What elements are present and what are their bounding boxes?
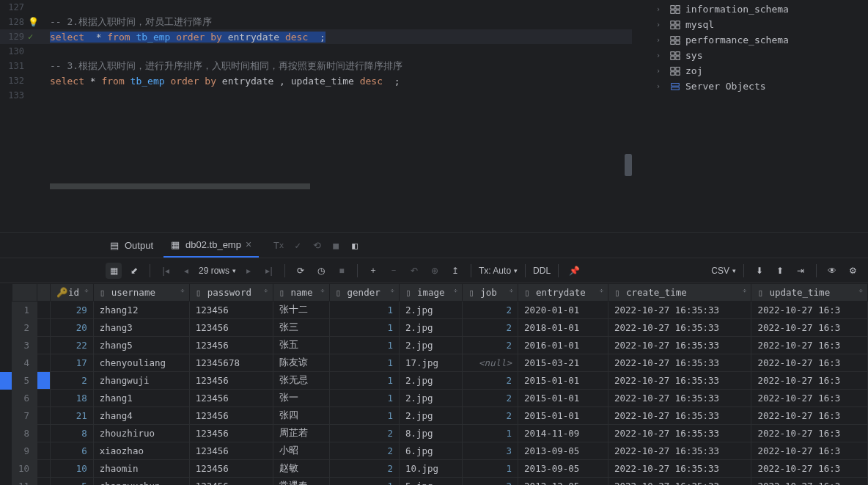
schema-icon [669,50,681,62]
svg-rect-15 [676,56,680,59]
first-page-icon[interactable]: |◂ [158,263,174,279]
table-row[interactable]: 417chenyouliang12345678陈友谅117.jpg<null>2… [0,354,868,372]
schema-icon [669,4,681,15]
clone-icon[interactable]: ⊕ [427,263,443,279]
reload-icon[interactable]: ⟳ [293,263,309,279]
stop-icon[interactable]: ■ [328,237,344,253]
svg-rect-5 [676,21,680,23]
svg-rect-18 [671,71,674,74]
column-header[interactable]: ▯gender÷ [329,284,399,302]
column-header[interactable]: ▯create_time÷ [608,284,751,302]
server-icon [669,81,681,92]
svg-rect-20 [672,83,680,86]
chevron-right-icon[interactable]: › [656,51,665,59]
svg-rect-3 [676,10,680,12]
export-format[interactable]: CSV ▾ [711,266,736,276]
svg-rect-16 [671,67,674,70]
commit-icon[interactable]: ✓ [290,237,306,253]
table-row[interactable]: 322zhang5123456张五12.jpg22016-01-012022-1… [0,337,868,354]
tx-mode[interactable]: Tx: Auto ▾ [479,266,518,276]
column-header[interactable]: ▯password÷ [189,284,273,302]
rollback-icon[interactable]: ⟲ [309,237,325,253]
svg-rect-17 [676,67,680,70]
column-header[interactable]: 🔑id÷ [51,284,94,302]
svg-rect-6 [671,25,674,28]
remove-row-icon[interactable]: － [386,263,402,279]
chevron-right-icon[interactable]: › [656,82,665,90]
upload-icon[interactable]: ⬆ [772,263,788,279]
column-header[interactable]: ▯entrydate÷ [518,284,608,302]
tab-result[interactable]: ▦ db02.tb_emp × [163,233,259,258]
svg-rect-9 [676,36,680,39]
pin-icon[interactable]: 📌 [566,263,582,279]
table-icon: ▦ [171,239,181,249]
revert-icon[interactable]: ■ [334,263,350,279]
download-icon[interactable]: ⬇ [751,263,768,279]
svg-rect-10 [671,40,674,43]
chevron-right-icon[interactable]: › [656,67,665,75]
close-icon[interactable]: × [246,238,251,250]
schema-icon [669,34,681,46]
panel-icon[interactable]: ◧ [347,237,363,253]
column-header[interactable]: ▯name÷ [273,284,329,302]
tx-icon[interactable]: Tx [271,237,287,253]
last-page-icon[interactable]: ▸| [261,263,277,279]
settings-icon[interactable]: ⚙ [845,263,861,279]
chevron-right-icon[interactable]: › [656,21,665,29]
chart-view-icon[interactable]: ⬋ [126,263,142,279]
tree-label: Server Objects [685,81,766,92]
column-header[interactable]: ▯image÷ [399,284,462,302]
grid-view-icon[interactable]: ▦ [106,263,122,279]
database-tree[interactable]: ›information_schema›mysql›performance_sc… [632,0,868,189]
tree-label: information_schema [685,4,789,15]
svg-rect-14 [671,56,674,59]
rows-dropdown[interactable]: 29 rows ▾ [199,266,236,276]
sql-editor[interactable]: 127128💡-- 2.根据入职时间，对员工进行降序129✓select * f… [0,0,632,189]
tab-output[interactable]: ▤ Output [103,233,161,258]
table-row[interactable]: 220zhang3123456张三12.jpg22018-01-012022-1… [0,319,868,337]
tree-label: zoj [685,65,702,76]
svg-rect-8 [671,36,674,39]
pending-icon[interactable]: ◷ [313,263,329,279]
svg-rect-11 [676,40,680,43]
svg-rect-4 [671,21,674,23]
result-grid[interactable]: 🔑id÷▯username÷▯password÷▯name÷▯gender÷▯i… [0,283,868,485]
table-row[interactable]: 52zhangwuji123456张无忌12.jpg22015-01-01202… [0,372,868,390]
tree-label: sys [685,50,702,61]
chevron-right-icon[interactable]: › [656,5,665,13]
svg-rect-2 [671,10,674,12]
chevron-right-icon[interactable]: › [656,36,665,44]
schema-icon [669,65,681,77]
result-toolbar: ▦ ⬋ |◂ ◂ 29 rows ▾ ▸ ▸| ⟳ ◷ ■ ＋ － ↶ ⊕ ↥ … [0,258,868,283]
prev-page-icon[interactable]: ◂ [178,263,194,279]
next-page-icon[interactable]: ▸ [240,263,257,279]
table-row[interactable]: 1010zhaomin123456赵敏210.jpg12013-09-05202… [0,460,868,478]
tree-label: performance_schema [685,34,789,45]
column-header[interactable]: ▯update_time÷ [751,284,868,302]
result-tabs: ▤ Output ▦ db02.tb_emp × Tx ✓ ⟲ ■ ◧ [0,233,868,258]
svg-rect-13 [676,51,680,54]
submit-icon[interactable]: ↥ [447,263,463,279]
eye-icon[interactable]: 👁 [824,263,840,279]
import-icon[interactable]: ⇥ [792,263,809,279]
table-row[interactable]: 721zhang4123456张四12.jpg22015-01-012022-1… [0,407,868,425]
ddl-button[interactable]: DDL [533,266,551,276]
add-row-icon[interactable]: ＋ [365,263,381,279]
editor-scrollbar-h[interactable] [50,183,310,189]
tab-result-label: db02.tb_emp [185,239,241,250]
svg-rect-21 [672,87,680,90]
table-row[interactable]: 115changyuchun123456常遇春15.jpg22012-12-05… [0,478,868,486]
column-header[interactable]: ▯job÷ [463,284,518,302]
tree-label: mysql [685,19,714,30]
undo-icon[interactable]: ↶ [406,263,422,279]
svg-rect-1 [676,5,680,8]
svg-rect-0 [671,5,674,8]
editor-scrollbar-v[interactable] [625,154,632,176]
column-header[interactable]: ▯username÷ [93,284,189,302]
table-row[interactable]: 88zhouzhiruo123456周芷若28.jpg12014-11-0920… [0,425,868,442]
table-row[interactable]: 129zhang12123456张十二12.jpg22020-01-012022… [0,302,868,319]
table-row[interactable]: 96xiaozhao123456小昭26.jpg32013-09-052022-… [0,442,868,460]
table-row[interactable]: 618zhang1123456张一12.jpg22015-01-012022-1… [0,390,868,407]
svg-rect-19 [676,71,680,74]
schema-icon [669,19,681,31]
